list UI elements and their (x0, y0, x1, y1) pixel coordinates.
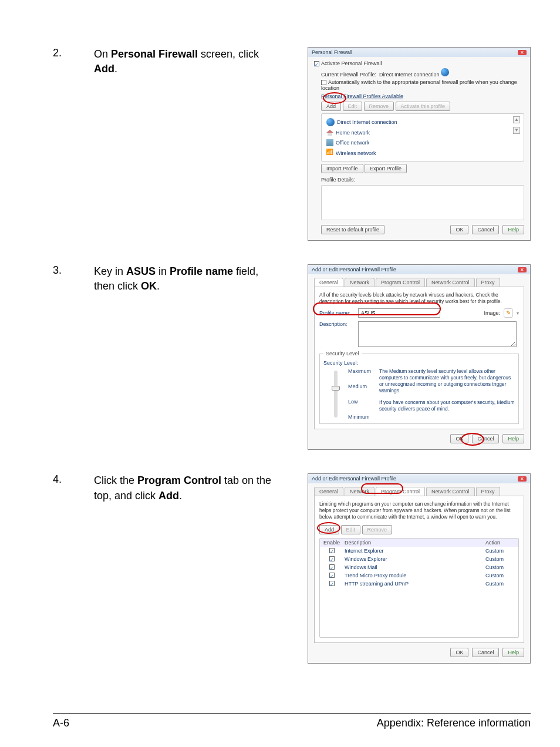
step-instruction: Click the Program Control tab on the top… (94, 473, 282, 503)
table-row[interactable]: Trend Micro Proxy moduleCustom (320, 571, 518, 580)
import-button[interactable]: Import Profile (321, 164, 363, 173)
screenshot-program-control: Add or Edit Personal Firewall Profile ✕ … (308, 473, 531, 664)
tab-program-control[interactable]: Program Control (376, 278, 425, 287)
help-button[interactable]: Help (502, 225, 524, 234)
help-button[interactable]: Help (502, 648, 524, 657)
move-down-button[interactable]: ▼ (513, 127, 520, 134)
description-input[interactable] (358, 321, 517, 347)
add-button[interactable]: Add (321, 102, 341, 111)
reset-button[interactable]: Reset to default profile (321, 225, 384, 234)
close-icon[interactable]: ✕ (518, 267, 527, 272)
description-label: Description: (319, 321, 355, 327)
edit-button[interactable]: Edit (341, 525, 361, 534)
page-number: A-6 (53, 717, 69, 729)
globe-icon (326, 118, 335, 126)
ok-button[interactable]: OK (450, 648, 468, 657)
activate-button[interactable]: Activate this profile (396, 102, 451, 111)
tab-network-control[interactable]: Network Control (426, 487, 475, 496)
cancel-button[interactable]: Cancel (472, 225, 499, 234)
table-row[interactable]: HTTP streaming and UPnPCustom (320, 580, 518, 588)
profile-name-input[interactable] (358, 308, 440, 318)
help-button[interactable]: Help (502, 434, 524, 443)
tab-proxy[interactable]: Proxy (476, 487, 500, 496)
window-title: Add or Edit Personal Firewall Profile (312, 267, 396, 272)
window-title: Add or Edit Personal Firewall Profile (312, 476, 396, 482)
step-instruction: On Personal Firewall screen, click Add. (94, 47, 282, 76)
profile-name-label: Profile name: (319, 310, 355, 316)
profile-item[interactable]: Direct Internet connection (325, 116, 513, 128)
profile-details-label: Profile Details: (321, 177, 524, 183)
globe-icon (441, 68, 449, 76)
window-title: Personal Firewall (312, 49, 352, 55)
step-number: 2. (53, 47, 94, 59)
move-up-button[interactable]: ▲ (513, 116, 520, 123)
profile-item[interactable]: Home network (325, 128, 513, 137)
edit-button[interactable]: Edit (343, 102, 363, 111)
pencil-icon[interactable]: ✎ (504, 308, 513, 318)
tab-general[interactable]: General (314, 278, 343, 287)
page-title-footer: Appendix: Reference information (377, 717, 531, 729)
security-slider[interactable] (334, 371, 338, 418)
table-row[interactable]: Windows MailCustom (320, 563, 518, 571)
remove-button[interactable]: Remove (364, 102, 394, 111)
tab-network[interactable]: Network (345, 487, 375, 496)
wifi-icon (326, 150, 333, 157)
office-icon (326, 139, 333, 146)
activate-checkbox[interactable] (314, 61, 319, 66)
add-button[interactable]: Add (319, 525, 339, 534)
cancel-button[interactable]: Cancel (472, 648, 499, 657)
tab-program-control[interactable]: Program Control (376, 487, 425, 496)
close-icon[interactable]: ✕ (518, 50, 527, 55)
ok-button[interactable]: OK (450, 225, 468, 234)
home-icon (326, 130, 333, 136)
tab-network-control[interactable]: Network Control (426, 278, 475, 287)
table-row[interactable]: Internet ExplorerCustom (320, 547, 518, 555)
screenshot-personal-firewall: Personal Firewall ✕ Activate Personal Fi… (308, 47, 531, 241)
remove-button[interactable]: Remove (362, 525, 393, 534)
close-icon[interactable]: ✕ (518, 476, 527, 482)
step-instruction: Key in ASUS in Profile name field, then … (94, 264, 282, 294)
export-button[interactable]: Export Profile (365, 164, 407, 173)
step-number: 4. (53, 473, 94, 486)
tab-general[interactable]: General (314, 487, 343, 496)
ok-button[interactable]: OK (450, 434, 468, 443)
tab-proxy[interactable]: Proxy (476, 278, 500, 287)
table-row[interactable]: Windows ExplorerCustom (320, 555, 518, 563)
screenshot-add-profile: Add or Edit Personal Firewall Profile ✕ … (308, 264, 531, 450)
profile-item[interactable]: Wireless network (325, 148, 513, 159)
cancel-button[interactable]: Cancel (472, 434, 499, 443)
profile-item[interactable]: Office network (325, 137, 513, 148)
tab-network[interactable]: Network (345, 278, 375, 287)
step-number: 3. (53, 264, 94, 277)
autoswitch-checkbox[interactable] (321, 80, 326, 85)
